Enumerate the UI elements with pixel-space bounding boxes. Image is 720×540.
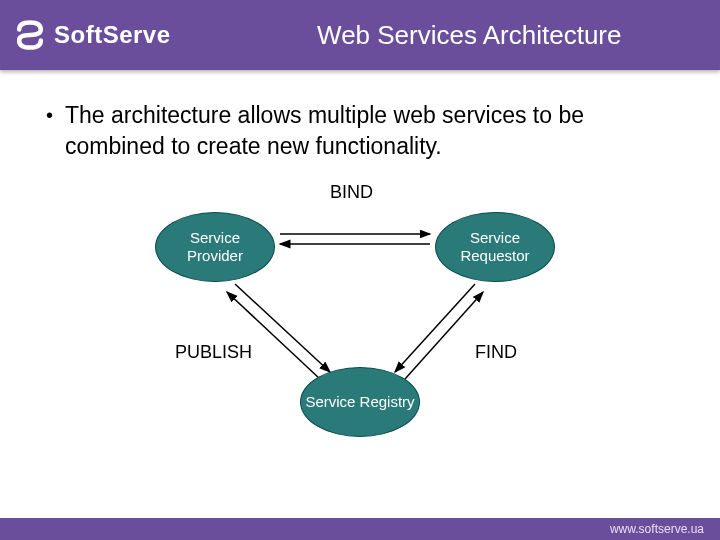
architecture-diagram: Service Provider Service Requestor Servi… bbox=[120, 182, 600, 462]
node-service-registry: Service Registry bbox=[300, 367, 420, 437]
brand-logo: SoftServe bbox=[12, 17, 171, 53]
edge-label-bind: BIND bbox=[330, 182, 373, 203]
node-service-requestor: Service Requestor bbox=[435, 212, 555, 282]
edge-label-publish: PUBLISH bbox=[175, 342, 252, 363]
svg-line-5 bbox=[405, 292, 483, 379]
slide-title: Web Services Architecture bbox=[231, 20, 708, 51]
bullet-marker: • bbox=[46, 100, 53, 130]
bullet-text: The architecture allows multiple web ser… bbox=[65, 100, 680, 162]
softserve-logo-icon bbox=[12, 17, 48, 53]
slide-content: • The architecture allows multiple web s… bbox=[0, 70, 720, 462]
node-label: Service Provider bbox=[160, 229, 270, 265]
footer-bar: www.softserve.ua bbox=[0, 518, 720, 540]
brand-logo-text: SoftServe bbox=[54, 21, 171, 49]
footer-url: www.softserve.ua bbox=[610, 522, 704, 536]
node-service-provider: Service Provider bbox=[155, 212, 275, 282]
header-bar: SoftServe Web Services Architecture bbox=[0, 0, 720, 70]
node-label: Service Registry bbox=[305, 393, 414, 411]
node-label: Service Requestor bbox=[440, 229, 550, 265]
svg-line-3 bbox=[227, 292, 320, 379]
bullet-item: • The architecture allows multiple web s… bbox=[40, 100, 680, 162]
edge-label-find: FIND bbox=[475, 342, 517, 363]
svg-line-4 bbox=[395, 284, 475, 372]
